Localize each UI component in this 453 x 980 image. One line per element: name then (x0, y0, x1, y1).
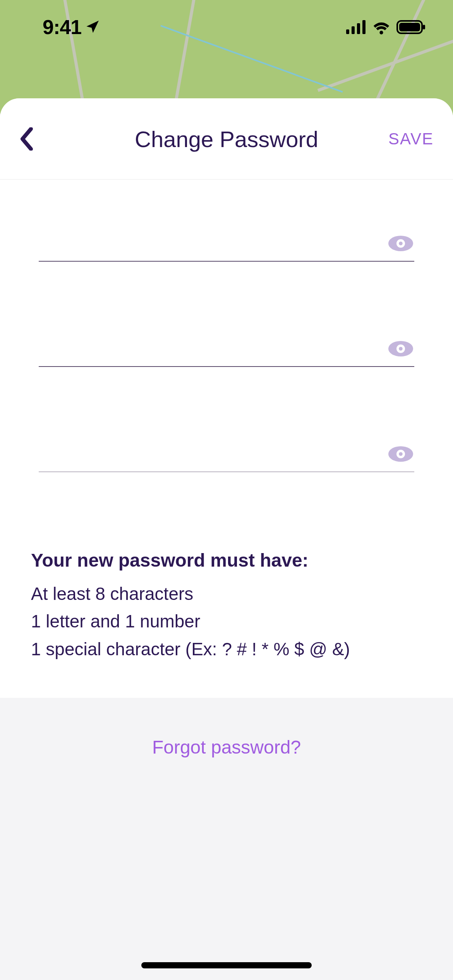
toggle-visibility-button[interactable] (387, 444, 414, 464)
status-time: 9:41 (43, 15, 81, 39)
svg-rect-6 (423, 25, 425, 29)
save-button[interactable]: SAVE (388, 130, 434, 148)
header-bar: Change Password SAVE (0, 98, 453, 180)
eye-icon (388, 340, 414, 357)
svg-rect-0 (346, 29, 349, 34)
password-form (0, 180, 453, 503)
svg-point-15 (399, 452, 403, 456)
new-password-row (39, 331, 414, 367)
requirements-title: Your new password must have: (31, 550, 422, 571)
current-password-input[interactable] (39, 226, 387, 253)
eye-icon (388, 235, 414, 252)
requirement-item: At least 8 characters (31, 580, 422, 608)
svg-point-12 (399, 347, 403, 351)
eye-icon (388, 445, 414, 463)
toggle-visibility-button[interactable] (387, 339, 414, 358)
svg-rect-3 (362, 20, 365, 34)
svg-rect-2 (357, 23, 360, 34)
battery-icon (396, 20, 426, 34)
save-button-label: SAVE (388, 130, 434, 148)
forgot-password-link[interactable]: Forgot password? (152, 737, 301, 757)
svg-rect-1 (352, 26, 355, 34)
status-bar: 9:41 (0, 0, 453, 54)
confirm-password-input[interactable] (39, 437, 387, 464)
chevron-left-icon (19, 127, 33, 151)
requirement-item: 1 special character (Ex: ? # ! * % $ @ &… (31, 636, 422, 663)
svg-point-9 (399, 242, 403, 245)
requirement-item: 1 letter and 1 number (31, 608, 422, 635)
password-requirements: Your new password must have: At least 8 … (0, 503, 453, 698)
current-password-row (39, 226, 414, 262)
new-password-input[interactable] (39, 331, 387, 358)
cellular-signal-icon (346, 20, 366, 34)
svg-rect-5 (399, 23, 420, 31)
confirm-password-row (39, 437, 414, 472)
modal-sheet: Change Password SAVE (0, 98, 453, 980)
toggle-visibility-button[interactable] (387, 234, 414, 253)
wifi-icon (372, 20, 391, 34)
back-button[interactable] (19, 123, 50, 154)
forgot-password-area: Forgot password? (0, 698, 453, 797)
location-icon (85, 19, 101, 35)
page-title: Change Password (135, 126, 318, 152)
home-indicator[interactable] (141, 962, 312, 968)
